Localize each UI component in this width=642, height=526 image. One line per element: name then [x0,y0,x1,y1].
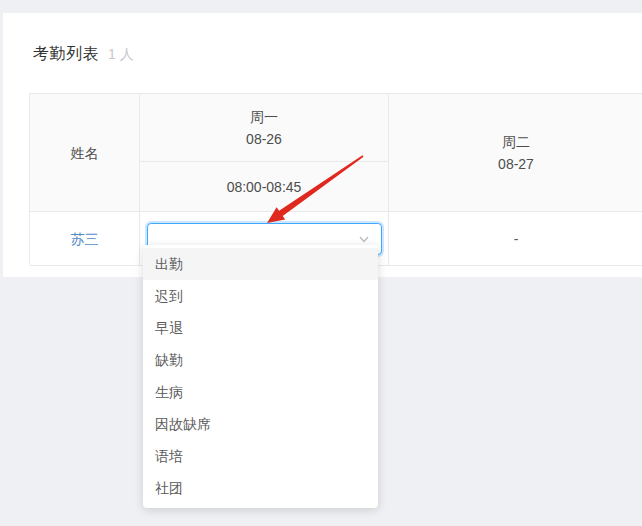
attendance-table: 姓名 周一 08-26 周二 08-27 08:00-08:45 苏三 - [29,93,642,265]
page-title: 考勤列表 [33,44,99,65]
dropdown-option[interactable]: 生病 [143,376,378,408]
tuesday-value: - [514,228,519,250]
monday-date-label: 08-26 [246,128,282,150]
dropdown-option[interactable]: 出勤 [143,248,378,280]
dropdown-option[interactable]: 社团 [143,472,378,504]
student-name-link[interactable]: 苏三 [71,228,99,250]
dropdown-option[interactable]: 语培 [143,440,378,472]
name-header-label: 姓名 [71,142,99,164]
student-name-cell: 苏三 [30,212,140,266]
attendance-card: 考勤列表 1 人 姓名 周一 08-26 周二 08-27 08:00-08:4… [3,13,642,277]
monday-time-label: 08:00-08:45 [227,176,302,198]
person-count: 1 人 [108,46,134,64]
attendance-dropdown-panel: 出勤 迟到 早退 缺勤 生病 因故缺席 语培 社团 [143,245,378,508]
header-cell-monday: 周一 08-26 [140,94,389,162]
tuesday-date-label: 08-27 [498,153,534,175]
dropdown-option[interactable]: 早退 [143,312,378,344]
tuesday-day-label: 周二 [502,131,530,153]
header-cell-tuesday: 周二 08-27 [389,94,642,212]
chevron-down-icon [358,233,370,245]
header-cell-name: 姓名 [30,94,140,212]
dropdown-option[interactable]: 缺勤 [143,344,378,376]
dropdown-option[interactable]: 因故缺席 [143,408,378,440]
dropdown-option[interactable]: 迟到 [143,280,378,312]
card-header: 考勤列表 1 人 [33,44,134,65]
tuesday-value-cell: - [389,212,642,266]
header-cell-monday-time: 08:00-08:45 [140,162,389,212]
monday-day-label: 周一 [250,106,278,128]
